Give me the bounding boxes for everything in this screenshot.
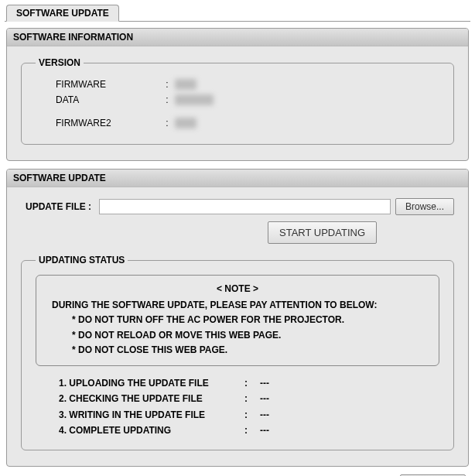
status-step-1: 1. UPLOADING THE UPDATE FILE : --- (59, 375, 439, 391)
firmware-value: xx (175, 79, 196, 90)
updating-status-fieldset: UPDATING STATUS < NOTE > DURING THE SOFT… (21, 255, 454, 450)
firmware-label: FIRMWARE (36, 79, 159, 90)
tab-bar: SOFTWARE UPDATE (5, 5, 470, 22)
status-list: 1. UPLOADING THE UPDATE FILE : --- 2. CH… (36, 375, 439, 439)
note-title: < NOTE > (47, 282, 428, 296)
browse-button[interactable]: Browse... (395, 198, 454, 215)
status-step-1-value: --- (260, 375, 269, 391)
update-file-label: UPDATE FILE : (26, 201, 91, 212)
update-file-input[interactable] (99, 199, 391, 214)
tab-software-update[interactable]: SOFTWARE UPDATE (6, 5, 119, 22)
version-fieldset: VERSION FIRMWARE : xx DATA : xxxxx FIRMW… (21, 57, 454, 145)
data-row: DATA : xxxxx (36, 94, 439, 105)
status-step-3: 3. WRITING IN THE UPDATE FILE : --- (59, 407, 439, 423)
firmware-row: FIRMWARE : xx (36, 79, 439, 90)
status-step-2: 2. CHECKING THE UPDATE FILE : --- (59, 391, 439, 406)
status-step-2-value: --- (260, 391, 269, 406)
status-step-4: 4. COMPLETE UPDATING : --- (59, 423, 439, 438)
firmware2-row: FIRMWARE2 : xx (36, 118, 439, 128)
note-line-2: * DO NOT RELOAD OR MOVE THIS WEB PAGE. (47, 328, 428, 343)
firmware2-value: xx (175, 118, 196, 128)
data-value: xxxxx (175, 94, 214, 105)
note-heading: DURING THE SOFTWARE UPDATE, PLEASE PAY A… (47, 298, 428, 313)
start-updating-button[interactable]: START UPDATING (268, 221, 377, 244)
note-line-3: * DO NOT CLOSE THIS WEB PAGE. (47, 343, 428, 358)
software-update-panel: SOFTWARE UPDATE UPDATE FILE : Browse... … (6, 169, 469, 467)
version-legend: VERSION (36, 57, 84, 68)
software-information-panel: SOFTWARE INFORMATION VERSION FIRMWARE : … (6, 28, 469, 161)
software-information-header: SOFTWARE INFORMATION (7, 29, 468, 46)
status-step-4-value: --- (260, 423, 269, 438)
update-file-row: UPDATE FILE : Browse... (21, 198, 454, 215)
data-label: DATA (36, 94, 159, 105)
firmware2-label: FIRMWARE2 (36, 118, 159, 128)
status-step-3-value: --- (260, 407, 269, 423)
software-update-header: SOFTWARE UPDATE (7, 170, 468, 187)
note-box: < NOTE > DURING THE SOFTWARE UPDATE, PLE… (36, 275, 439, 366)
updating-status-legend: UPDATING STATUS (36, 255, 128, 265)
note-line-1: * DO NOT TURN OFF THE AC POWER FOR THE P… (47, 313, 428, 327)
